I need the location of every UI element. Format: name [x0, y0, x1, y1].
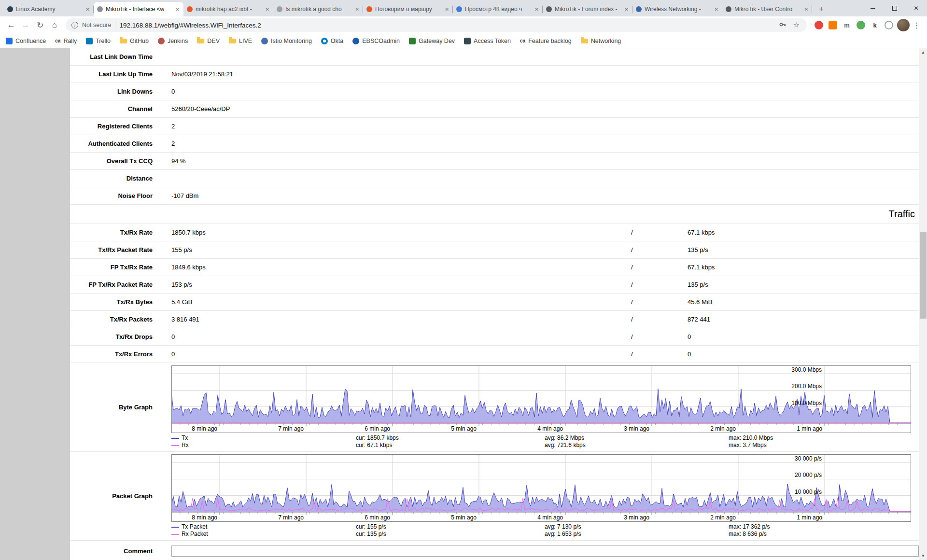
tx-value: 0 [171, 333, 631, 340]
field-label: Registered Clients [70, 123, 171, 130]
password-key-icon[interactable] [777, 21, 788, 30]
rx-value: 0 [688, 333, 691, 340]
comment-input[interactable] [171, 546, 919, 557]
page-scrollbar[interactable]: ▲ ▼ [919, 48, 927, 560]
bookmark-item[interactable]: Networking [581, 38, 621, 44]
field-value: 0 [171, 88, 919, 95]
svg-text:6 min ago: 6 min ago [365, 425, 390, 432]
tab-title: Просмотр 4К видео ч [465, 6, 532, 13]
bookmark-item[interactable]: Istio Monitoring [261, 38, 312, 44]
browser-tab[interactable]: Поговорим о маршру✕ [363, 2, 453, 16]
tab-title: MikroTik - Interface <w [106, 6, 172, 13]
extension-icon-k[interactable]: k [871, 21, 879, 29]
browser-tab[interactable]: Linux Academy✕ [4, 2, 94, 16]
url-text[interactable]: 192.168.88.1/webfig/#Wireless.WiFi_Inter… [119, 22, 773, 29]
extension-icon-m[interactable]: m [843, 21, 851, 29]
rx-value: 135 p/s [688, 281, 708, 288]
security-badge[interactable]: Not secure [82, 22, 111, 28]
bookmark-item[interactable]: Okta [321, 38, 343, 44]
bookmark-item[interactable]: caRally [55, 38, 77, 44]
back-button[interactable]: ← [4, 18, 18, 32]
reload-button[interactable]: ↻ [33, 18, 47, 32]
window-minimize-button[interactable] [862, 0, 884, 16]
bookmark-star-icon[interactable]: ☆ [792, 21, 801, 29]
bookmark-item[interactable]: caFeature backlog [520, 38, 572, 44]
tab-close-icon[interactable]: ✕ [85, 7, 90, 12]
browser-tab[interactable]: MikroTik - User Contro✕ [722, 2, 812, 16]
bookmark-item[interactable]: GitHub [120, 38, 149, 44]
bookmark-item[interactable]: Jenkins [158, 38, 188, 44]
home-button[interactable]: ⌂ [47, 18, 62, 32]
legend-avg-value: avg: 86.2 Mbps [545, 434, 729, 442]
svg-text:7 min ago: 7 min ago [278, 514, 304, 521]
bookmark-item[interactable]: Access Token [464, 38, 511, 44]
browser-tab[interactable]: Просмотр 4К видео ч✕ [453, 2, 543, 16]
bookmark-item[interactable]: Gateway Dev [409, 38, 455, 44]
window-close-button[interactable]: ✕ [905, 0, 927, 16]
tab-favicon-icon [726, 6, 731, 12]
svg-text:6 min ago: 6 min ago [365, 514, 390, 521]
bookmark-label: Access Token [474, 38, 511, 44]
tab-close-icon[interactable]: ✕ [445, 7, 449, 12]
field-row-byte-graph: Byte Graph300.0 Mbps200.0 Mbps100.0 Mbps… [70, 363, 919, 452]
browser-tab[interactable]: Wireless Networking -✕ [632, 2, 722, 16]
tab-close-icon[interactable]: ✕ [714, 7, 719, 12]
tab-favicon-icon [97, 6, 103, 12]
new-tab-button[interactable]: + [815, 3, 828, 15]
scroll-up-arrow[interactable]: ▲ [919, 48, 927, 56]
bookmark-label: Rally [63, 38, 77, 44]
field-value-text: 5260/20-Ceee/ac/DP [171, 105, 230, 112]
tab-title: Linux Academy [16, 6, 83, 13]
browser-tab[interactable]: MikroTik - Interface <w✕ [94, 2, 183, 16]
browser-toolbar: ← → ↻ ⌂ i Not secure 192.168.88.1/webfig… [0, 16, 927, 34]
tab-close-icon[interactable]: ✕ [265, 7, 270, 12]
legend-swatch-icon [171, 534, 179, 535]
legend-max-value: max: 210.0 Mbps [729, 434, 919, 442]
tab-close-icon[interactable]: ✕ [355, 7, 360, 12]
tab-close-icon[interactable]: ✕ [804, 7, 809, 12]
extension-icon-green[interactable] [857, 21, 865, 29]
address-bar[interactable]: i Not secure 192.168.88.1/webfig/#Wirele… [66, 18, 807, 32]
scrollbar-thumb[interactable] [920, 232, 927, 319]
bookmark-item[interactable]: Confluence [6, 38, 46, 44]
field-row-link-downs: Link Downs0 [70, 83, 919, 100]
field-label: Link Downs [70, 88, 171, 95]
bookmark-item[interactable]: DEV [197, 38, 220, 44]
field-row-packet-graph: Packet Graph30 000 p/s20 000 p/s10 000 p… [70, 452, 919, 541]
extension-icon-rss[interactable] [829, 21, 837, 29]
extension-icon-ring[interactable] [885, 21, 893, 29]
svg-text:30 000 p/s: 30 000 p/s [795, 455, 822, 462]
scroll-down-arrow[interactable]: ▼ [919, 552, 927, 560]
field-value: 5.4 GiB/45.6 MiB [171, 298, 919, 306]
bookmark-item[interactable]: EBSCOadmin [352, 38, 400, 44]
field-value [171, 546, 919, 557]
field-value: 3 816 491/872 441 [171, 316, 919, 323]
browser-tab[interactable]: Is mikrotik a good cho✕ [273, 2, 363, 16]
tab-favicon-icon [636, 6, 642, 12]
tab-close-icon[interactable]: ✕ [534, 7, 539, 12]
legend-series-name: Tx Packet [171, 523, 356, 531]
tab-close-icon[interactable]: ✕ [624, 7, 629, 12]
tab-title: MikroTik - Forum index - [555, 6, 621, 13]
info-icon[interactable]: i [71, 22, 78, 28]
bookmark-item[interactable]: LIVE [229, 38, 252, 44]
tx-value: 3 816 491 [171, 316, 631, 323]
bookmark-item[interactable]: Trello [86, 38, 111, 44]
bookmark-label: Networking [591, 38, 621, 44]
field-value-text: -107 dBm [171, 192, 198, 199]
svg-text:5 min ago: 5 min ago [451, 514, 477, 521]
window-maximize-button[interactable] [884, 0, 905, 16]
browser-tab[interactable]: MikroTik - Forum index -✕ [543, 2, 632, 16]
browser-menu-button[interactable]: ⋮ [910, 21, 923, 30]
profile-avatar[interactable] [897, 19, 910, 31]
forward-button[interactable]: → [18, 18, 33, 32]
tab-favicon-icon [187, 6, 193, 12]
tx-value: 0 [171, 350, 631, 358]
field-row-tx-rx-bytes: Tx/Rx Bytes5.4 GiB/45.6 MiB [70, 294, 919, 311]
field-label: Comment [70, 547, 171, 555]
svg-text:3 min ago: 3 min ago [624, 425, 649, 432]
tab-close-icon[interactable]: ✕ [175, 7, 180, 12]
bookmark-label: Feature backlog [528, 38, 572, 44]
browser-tab[interactable]: mikrotik hap ac2 ixbt -✕ [183, 2, 273, 16]
extension-icon-red[interactable] [815, 21, 823, 29]
